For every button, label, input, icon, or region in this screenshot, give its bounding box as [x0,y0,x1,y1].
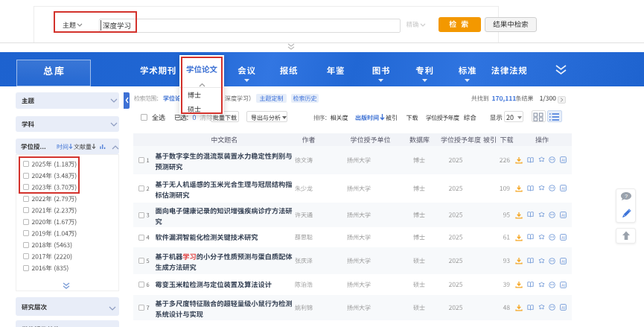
svg-text:AI: AI [561,283,566,288]
svg-text:AI: AI [561,213,566,218]
svg-text:AI: AI [561,259,566,264]
svg-text:AI: AI [561,186,566,191]
svg-text:AI: AI [561,305,566,310]
svg-text:?: ? [625,193,628,200]
svg-text:AI: AI [561,235,566,240]
svg-text:AI: AI [561,158,566,162]
